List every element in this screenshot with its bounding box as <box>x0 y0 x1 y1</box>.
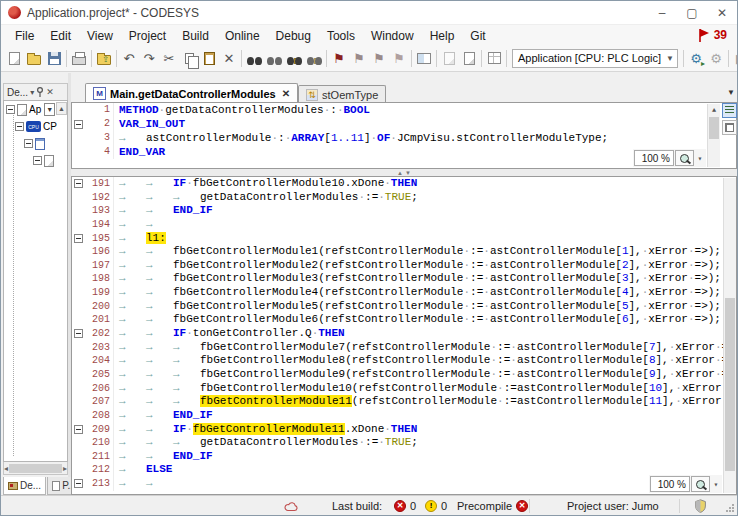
toggle-bookmark-button[interactable]: ⚑ <box>329 49 349 68</box>
panel-menu-dropdown-icon[interactable]: ▾ <box>30 88 34 97</box>
tree-item-dropdown-icon[interactable]: ▼ <box>44 103 55 116</box>
panel-tab-de[interactable]: De... <box>3 477 46 495</box>
code-line-193[interactable]: 193→→END_IF <box>72 204 736 218</box>
collapse-icon[interactable] <box>33 156 42 165</box>
code-scrollbar[interactable] <box>723 178 736 493</box>
menu-online[interactable]: Online <box>217 27 268 45</box>
find-in-project-button[interactable] <box>284 49 304 68</box>
replace-in-project-button[interactable] <box>304 49 324 68</box>
collapse-icon[interactable] <box>74 479 83 488</box>
menu-file[interactable]: File <box>7 27 42 45</box>
menu-project[interactable]: Project <box>121 27 174 45</box>
textual-view-button[interactable] <box>722 103 737 118</box>
menu-debug[interactable]: Debug <box>268 27 319 45</box>
code-line-210[interactable]: 210→→→getDataControllerModules·:=·TRUE; <box>72 436 736 450</box>
delete-button[interactable]: ✕ <box>219 49 239 68</box>
notification-count[interactable]: 39 <box>714 28 727 42</box>
declaration-line-1[interactable]: 1METHOD·getDataControllerModules·:·BOOL <box>72 103 736 117</box>
scrollbar-thumb[interactable] <box>9 464 62 473</box>
declaration-scrollbar[interactable]: ▲ <box>707 104 720 167</box>
login-button[interactable]: ⚙▸ <box>686 49 706 68</box>
open-file-button[interactable] <box>24 49 44 68</box>
code-line-212[interactable]: 212→ELSE <box>72 463 736 477</box>
code-line-199[interactable]: 199→→fbGetControllerModule4(refstControl… <box>72 286 736 300</box>
logout-button[interactable]: ⚙ <box>706 49 726 68</box>
undo-button[interactable]: ↶ <box>119 49 139 68</box>
code-line-194[interactable]: 194→→ <box>72 218 736 232</box>
declaration-line-3[interactable]: 3→astControllerModule·:·ARRAY[1..11]·OF·… <box>72 131 736 145</box>
menu-git[interactable]: Git <box>462 27 493 45</box>
pin-icon[interactable] <box>36 87 44 97</box>
zoom-level[interactable]: 100 % <box>634 150 674 166</box>
scrollbar-thumb[interactable] <box>709 117 719 139</box>
save-button[interactable] <box>44 49 64 68</box>
code-line-204[interactable]: 204→→→fbGetControllerModule8(refstContro… <box>72 354 736 368</box>
start-button[interactable]: ▶ <box>731 49 738 68</box>
code-line-197[interactable]: 197→→fbGetControllerModule2(refstControl… <box>72 259 736 273</box>
update-device-button[interactable] <box>459 49 479 68</box>
code-line-213[interactable]: 213→→ <box>72 477 736 491</box>
collapse-icon[interactable] <box>74 425 83 434</box>
menu-build[interactable]: Build <box>174 27 217 45</box>
code-line-195[interactable]: 195→l1: <box>72 232 736 246</box>
zoom-dropdown-icon[interactable]: ▾ <box>695 154 705 163</box>
tab-close-icon[interactable]: ✕ <box>282 88 290 99</box>
code-line-192[interactable]: 192→→→getDataControllerModules·:=·TRUE; <box>72 191 736 205</box>
collapse-icon[interactable] <box>6 105 15 114</box>
code-line-191[interactable]: 191→→IF·fbGetControllerModule10.xDone·TH… <box>72 177 736 191</box>
redo-button[interactable]: ↷ <box>139 49 159 68</box>
code-line-207[interactable]: 207→→→fbGetControllerModule11(refstContr… <box>72 395 736 409</box>
maximize-button[interactable]: ▢ <box>677 1 707 24</box>
collapse-icon[interactable] <box>15 122 24 131</box>
menu-view[interactable]: View <box>79 27 121 45</box>
print-button[interactable] <box>69 49 89 68</box>
cut-button[interactable]: ✂ <box>159 49 179 68</box>
devices-horizontal-scrollbar[interactable]: ◂ ▸ <box>3 462 68 475</box>
task-config-button[interactable] <box>484 49 504 68</box>
tabular-view-button[interactable] <box>722 120 737 135</box>
code-line-208[interactable]: 208→→END_IF <box>72 409 736 423</box>
scrollbar-thumb[interactable] <box>725 298 735 471</box>
code-line-198[interactable]: 198→→fbGetControllerModule3(refstControl… <box>72 272 736 286</box>
collapse-icon[interactable] <box>74 329 83 338</box>
scroll-left-arrow[interactable]: ◂ <box>4 464 8 473</box>
code-line-203[interactable]: 203→→→fbGetControllerModule7(refstContro… <box>72 341 736 355</box>
new-file-button[interactable] <box>4 49 24 68</box>
resize-grip[interactable] <box>725 503 735 513</box>
snippets-button[interactable] <box>439 49 459 68</box>
magnifier-icon[interactable] <box>675 150 694 166</box>
previous-bookmark-button[interactable]: ⚑ <box>349 49 369 68</box>
code-line-205[interactable]: 205→→→fbGetControllerModule9(refstContro… <box>72 368 736 382</box>
replace-button[interactable] <box>264 49 284 68</box>
tab-main-getdatacontrollermodules[interactable]: MMain.getDataControllerModules✕ <box>85 83 298 103</box>
code-line-201[interactable]: 201→→fbGetControllerModule6(refstControl… <box>72 313 736 327</box>
menu-help[interactable]: Help <box>422 27 463 45</box>
zoom-level[interactable]: 100 % <box>650 476 690 492</box>
scroll-right-arrow[interactable]: ▸ <box>63 464 67 473</box>
code-line-196[interactable]: 196→→fbGetControllerModule1(refstControl… <box>72 245 736 259</box>
copy-project-button[interactable]: ⇪ <box>94 49 114 68</box>
copy-button[interactable] <box>179 49 199 68</box>
minimize-button[interactable]: – <box>647 1 677 24</box>
magnifier-icon[interactable] <box>691 476 710 492</box>
find-button[interactable] <box>244 49 264 68</box>
declaration-editor[interactable]: ▲ 100 % ▾ 1METHOD·getDataControllerModul… <box>71 102 737 169</box>
declaration-line-2[interactable]: 2VAR_IN_OUT <box>72 117 736 131</box>
tab-list-dropdown-icon[interactable]: ▼ <box>727 88 735 97</box>
application-selector[interactable]: Application [CPU: PLC Logic]▼ <box>512 49 678 68</box>
code-line-200[interactable]: 200→→fbGetControllerModule5(refstControl… <box>72 300 736 314</box>
last-bookmark-button[interactable]: ⚑ <box>389 49 409 68</box>
notification-flag-icon[interactable] <box>698 28 711 42</box>
code-line-206[interactable]: 206→→→fbGetControllerModule10(refstContr… <box>72 382 736 396</box>
collapse-icon[interactable] <box>74 120 83 129</box>
paste-button[interactable] <box>199 49 219 68</box>
code-editor[interactable]: 100 % ▾ 191→→IF·fbGetControllerModule10.… <box>71 176 737 495</box>
pane-splitter[interactable]: ▲▼ <box>71 169 737 176</box>
code-line-211[interactable]: 211→→END_IF <box>72 450 736 464</box>
panel-close-icon[interactable]: ✕ <box>46 87 54 97</box>
code-line-209[interactable]: 209→→IF·fbGetControllerModule11.xDone·TH… <box>72 423 736 437</box>
collapse-icon[interactable] <box>74 179 83 188</box>
next-bookmark-button[interactable]: ⚑ <box>369 49 389 68</box>
zoom-dropdown-icon[interactable]: ▾ <box>711 480 721 489</box>
collapse-icon[interactable] <box>74 234 83 243</box>
